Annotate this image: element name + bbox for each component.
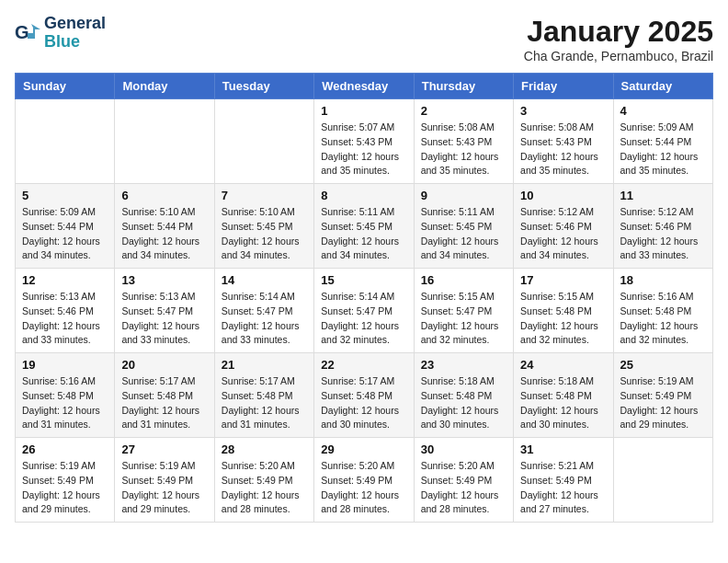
day-number: 2	[421, 104, 506, 118]
day-number: 30	[421, 442, 506, 456]
calendar-cell: 4Sunrise: 5:09 AMSunset: 5:44 PMDaylight…	[613, 99, 712, 184]
day-info: Sunrise: 5:15 AMSunset: 5:47 PMDaylight:…	[421, 290, 506, 348]
logo-text: General Blue	[44, 15, 106, 52]
day-number: 5	[22, 189, 108, 202]
day-number: 26	[22, 442, 108, 456]
day-info: Sunrise: 5:20 AMSunset: 5:49 PMDaylight:…	[222, 459, 307, 517]
day-number: 29	[321, 442, 406, 456]
day-number: 3	[520, 104, 606, 118]
weekday-header: Sunday	[16, 74, 115, 99]
day-info: Sunrise: 5:10 AMSunset: 5:44 PMDaylight:…	[121, 205, 207, 263]
day-number: 9	[421, 189, 506, 202]
day-number: 21	[222, 358, 307, 372]
day-info: Sunrise: 5:14 AMSunset: 5:47 PMDaylight:…	[222, 290, 307, 348]
calendar-cell: 26Sunrise: 5:19 AMSunset: 5:49 PMDayligh…	[16, 438, 115, 523]
calendar-cell: 12Sunrise: 5:13 AMSunset: 5:46 PMDayligh…	[16, 269, 115, 353]
day-number: 8	[321, 189, 406, 202]
day-number: 14	[222, 273, 307, 287]
calendar-cell: 8Sunrise: 5:11 AMSunset: 5:45 PMDaylight…	[314, 184, 414, 269]
calendar-cell: 17Sunrise: 5:15 AMSunset: 5:48 PMDayligh…	[514, 269, 613, 353]
calendar-cell: 16Sunrise: 5:15 AMSunset: 5:47 PMDayligh…	[414, 269, 513, 353]
logo-line2: Blue	[44, 33, 106, 52]
calendar-cell: 5Sunrise: 5:09 AMSunset: 5:44 PMDaylight…	[16, 184, 115, 269]
logo: G General Blue	[15, 15, 106, 52]
calendar-cell: 9Sunrise: 5:11 AMSunset: 5:45 PMDaylight…	[414, 184, 513, 269]
calendar-cell: 28Sunrise: 5:20 AMSunset: 5:49 PMDayligh…	[214, 438, 313, 523]
day-info: Sunrise: 5:21 AMSunset: 5:49 PMDaylight:…	[520, 459, 606, 517]
day-info: Sunrise: 5:12 AMSunset: 5:46 PMDaylight:…	[520, 205, 606, 263]
day-info: Sunrise: 5:08 AMSunset: 5:43 PMDaylight:…	[421, 121, 506, 178]
day-number: 22	[321, 358, 406, 372]
calendar-cell: 14Sunrise: 5:14 AMSunset: 5:47 PMDayligh…	[214, 269, 313, 353]
calendar-cell: 24Sunrise: 5:18 AMSunset: 5:48 PMDayligh…	[514, 353, 613, 438]
day-info: Sunrise: 5:15 AMSunset: 5:48 PMDaylight:…	[520, 290, 606, 348]
calendar-cell	[613, 438, 712, 523]
day-number: 20	[121, 358, 207, 372]
calendar-cell: 3Sunrise: 5:08 AMSunset: 5:43 PMDaylight…	[514, 99, 613, 184]
calendar-cell: 27Sunrise: 5:19 AMSunset: 5:49 PMDayligh…	[115, 438, 214, 523]
calendar-cell: 23Sunrise: 5:18 AMSunset: 5:48 PMDayligh…	[414, 353, 513, 438]
day-info: Sunrise: 5:19 AMSunset: 5:49 PMDaylight:…	[121, 459, 207, 517]
day-number: 6	[121, 189, 207, 202]
calendar-week-row: 1Sunrise: 5:07 AMSunset: 5:43 PMDaylight…	[16, 99, 713, 184]
calendar-cell: 22Sunrise: 5:17 AMSunset: 5:48 PMDayligh…	[314, 353, 414, 438]
weekday-header: Thursday	[414, 74, 513, 99]
day-info: Sunrise: 5:07 AMSunset: 5:43 PMDaylight:…	[321, 121, 406, 178]
calendar-cell: 31Sunrise: 5:21 AMSunset: 5:49 PMDayligh…	[514, 438, 613, 523]
day-number: 17	[520, 273, 606, 287]
calendar-week-row: 12Sunrise: 5:13 AMSunset: 5:46 PMDayligh…	[16, 269, 713, 353]
day-info: Sunrise: 5:09 AMSunset: 5:44 PMDaylight:…	[620, 121, 706, 178]
month-title: January 2025	[524, 15, 713, 49]
calendar-header-row: SundayMondayTuesdayWednesdayThursdayFrid…	[16, 74, 713, 99]
day-number: 24	[520, 358, 606, 372]
weekday-header: Tuesday	[214, 74, 313, 99]
calendar-cell	[214, 99, 313, 184]
calendar-cell: 15Sunrise: 5:14 AMSunset: 5:47 PMDayligh…	[314, 269, 414, 353]
day-info: Sunrise: 5:08 AMSunset: 5:43 PMDaylight:…	[520, 121, 606, 178]
calendar-cell: 29Sunrise: 5:20 AMSunset: 5:49 PMDayligh…	[314, 438, 414, 523]
calendar-cell: 30Sunrise: 5:20 AMSunset: 5:49 PMDayligh…	[414, 438, 513, 523]
day-number: 1	[321, 104, 406, 118]
svg-marker-1	[28, 24, 40, 39]
day-number: 28	[222, 442, 307, 456]
calendar-cell: 11Sunrise: 5:12 AMSunset: 5:46 PMDayligh…	[613, 184, 712, 269]
day-info: Sunrise: 5:16 AMSunset: 5:48 PMDaylight:…	[620, 290, 706, 348]
day-number: 12	[22, 273, 108, 287]
day-number: 23	[421, 358, 506, 372]
day-number: 16	[421, 273, 506, 287]
day-info: Sunrise: 5:19 AMSunset: 5:49 PMDaylight:…	[22, 459, 108, 517]
day-info: Sunrise: 5:20 AMSunset: 5:49 PMDaylight:…	[321, 459, 406, 517]
day-number: 19	[22, 358, 108, 372]
calendar-cell	[16, 99, 115, 184]
location: Cha Grande, Pernambuco, Brazil	[524, 49, 713, 63]
day-info: Sunrise: 5:16 AMSunset: 5:48 PMDaylight:…	[22, 374, 108, 432]
calendar-table: SundayMondayTuesdayWednesdayThursdayFrid…	[15, 73, 713, 523]
weekday-header: Monday	[115, 74, 214, 99]
day-info: Sunrise: 5:12 AMSunset: 5:46 PMDaylight:…	[620, 205, 706, 263]
weekday-header: Wednesday	[314, 74, 414, 99]
day-number: 10	[520, 189, 606, 202]
day-number: 7	[222, 189, 307, 202]
day-info: Sunrise: 5:09 AMSunset: 5:44 PMDaylight:…	[22, 205, 108, 263]
day-info: Sunrise: 5:13 AMSunset: 5:47 PMDaylight:…	[121, 290, 207, 348]
calendar-cell: 20Sunrise: 5:17 AMSunset: 5:48 PMDayligh…	[115, 353, 214, 438]
weekday-header: Friday	[514, 74, 613, 99]
day-info: Sunrise: 5:11 AMSunset: 5:45 PMDaylight:…	[421, 205, 506, 263]
calendar-week-row: 26Sunrise: 5:19 AMSunset: 5:49 PMDayligh…	[16, 438, 713, 523]
logo-icon: G	[15, 20, 40, 46]
day-number: 25	[620, 358, 706, 372]
day-info: Sunrise: 5:20 AMSunset: 5:49 PMDaylight:…	[421, 459, 506, 517]
svg-text:G: G	[15, 22, 29, 42]
calendar-cell: 7Sunrise: 5:10 AMSunset: 5:45 PMDaylight…	[214, 184, 313, 269]
day-info: Sunrise: 5:17 AMSunset: 5:48 PMDaylight:…	[121, 374, 207, 432]
day-number: 18	[620, 273, 706, 287]
calendar-week-row: 5Sunrise: 5:09 AMSunset: 5:44 PMDaylight…	[16, 184, 713, 269]
day-info: Sunrise: 5:19 AMSunset: 5:49 PMDaylight:…	[620, 374, 706, 432]
calendar-cell: 1Sunrise: 5:07 AMSunset: 5:43 PMDaylight…	[314, 99, 414, 184]
calendar-cell	[115, 99, 214, 184]
day-number: 31	[520, 442, 606, 456]
calendar-cell: 21Sunrise: 5:17 AMSunset: 5:48 PMDayligh…	[214, 353, 313, 438]
calendar-cell: 19Sunrise: 5:16 AMSunset: 5:48 PMDayligh…	[16, 353, 115, 438]
day-number: 11	[620, 189, 706, 202]
logo-line1: General	[44, 15, 106, 33]
